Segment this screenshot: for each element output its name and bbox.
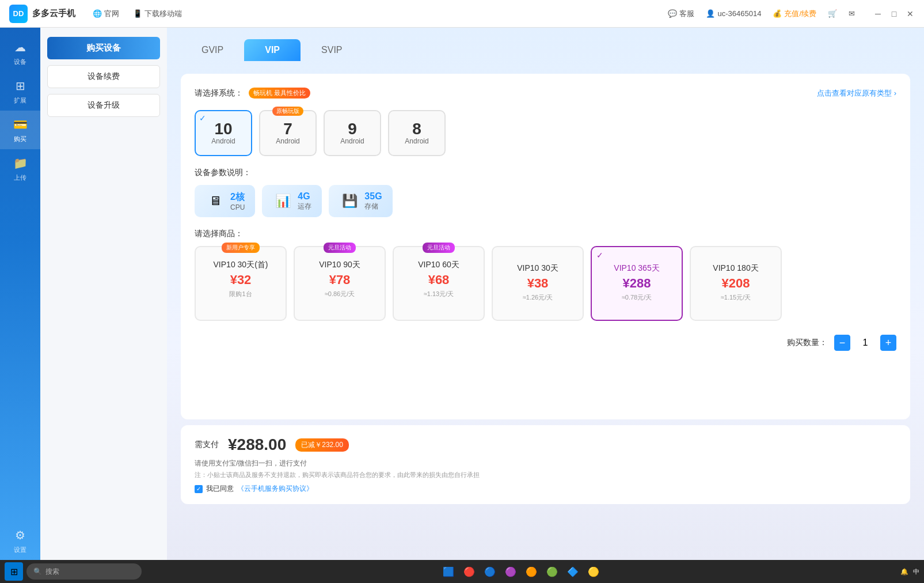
agreement-link[interactable]: 《云手机服务购买协议》 xyxy=(237,484,313,494)
version-card-android9[interactable]: 9 Android xyxy=(324,110,381,156)
agreement-checkbox[interactable]: ✓ xyxy=(195,485,203,493)
product-perday-0: 限购1台 xyxy=(229,290,252,298)
device-upgrade-button[interactable]: 设备升级 xyxy=(47,94,160,117)
param-storage: 💾 35G 存储 xyxy=(329,185,392,217)
gear-icon: ⚙ xyxy=(12,527,28,543)
recharge-button[interactable]: 💰 充值/续费 xyxy=(773,9,816,19)
version-card-android7[interactable]: 原畅玩版 7 Android xyxy=(259,110,317,156)
taskbar-app-6[interactable]: 🟢 xyxy=(543,562,561,581)
buy-device-button[interactable]: 购买设备 xyxy=(47,37,160,59)
main-layout: ☁ 设备 ⊞ 扩展 💳 购买 📁 上传 ⚙ 设置 购买设备 设备续费 设备升级 … xyxy=(0,28,924,560)
tab-vip[interactable]: VIP xyxy=(244,39,301,61)
ram-value: 4G xyxy=(298,191,311,202)
grid-icon: ⊞ xyxy=(12,78,28,94)
purchase-row: 购买数量： − 1 + xyxy=(195,335,896,351)
sidebar-item-settings[interactable]: ⚙ 设置 xyxy=(0,521,40,560)
storage-label: 存储 xyxy=(364,202,382,211)
payment-amount-value: ¥288.00 xyxy=(228,436,286,454)
taskbar-search[interactable]: 🔍 搜索 xyxy=(26,563,142,580)
product-card-vip10-180[interactable]: VIP10 180天 ¥208 ≈1.15元/天 xyxy=(690,246,782,321)
taskbar-app-4[interactable]: 🟣 xyxy=(501,562,520,581)
product-perday-2: ≈1.13元/天 xyxy=(424,290,454,298)
qty-plus-button[interactable]: + xyxy=(880,335,896,351)
content-card: 请选择系统： 畅玩机 最具性价比 点击查看对应原有类型 › ✓ 10 Andro… xyxy=(181,74,910,419)
product-card-vip10-30-first[interactable]: 新用户专享 VIP10 30天(首) ¥32 限购1台 xyxy=(195,246,287,321)
cloud-icon: ☁ xyxy=(12,39,28,55)
payment-need-label: 需支付 xyxy=(195,440,219,450)
mobile-icon: 📱 xyxy=(133,9,142,18)
taskbar-apps: 🟦 🔴 🔵 🟣 🟠 🟢 🔷 🟡 xyxy=(145,562,897,581)
product-perday-4: ≈0.78元/天 xyxy=(622,293,652,302)
titlebar-right: 💬 客服 👤 uc-36465014 💰 充值/续费 🛒 ✉ ─ □ ✕ xyxy=(668,9,915,19)
sidebar-label-device: 设备 xyxy=(14,58,26,66)
params-cards: 🖥 2核 CPU 📊 4G 运存 💾 35G xyxy=(195,185,896,217)
logo-icon: DD xyxy=(9,5,28,23)
product-name-0: VIP10 30天(首) xyxy=(214,260,268,270)
see-types-link[interactable]: 点击查看对应原有类型 › xyxy=(817,88,896,99)
customer-service[interactable]: 💬 客服 xyxy=(668,9,694,19)
sidebar-label-buy: 购买 xyxy=(14,135,26,143)
taskbar-app-7[interactable]: 🔷 xyxy=(564,562,582,581)
taskbar: ⊞ 🔍 搜索 🟦 🔴 🔵 🟣 🟠 🟢 🔷 🟡 🔔 中 xyxy=(0,560,924,583)
taskbar-app-5[interactable]: 🟠 xyxy=(522,562,541,581)
system-select-left: 请选择系统： 畅玩机 最具性价比 xyxy=(195,88,310,99)
product-card-vip10-365[interactable]: ✓ VIP10 365天 ¥288 ≈0.78元/天 xyxy=(591,246,683,321)
mail-button[interactable]: ✉ xyxy=(849,9,855,18)
best-value-badge: 畅玩机 最具性价比 xyxy=(249,88,310,99)
minimize-button[interactable]: ─ xyxy=(873,9,883,18)
taskbar-app-8[interactable]: 🟡 xyxy=(584,562,603,581)
cart-button[interactable]: 🛒 xyxy=(828,9,837,18)
product-name-1: VIP10 90天 xyxy=(319,260,360,270)
chevron-right-icon: › xyxy=(894,89,896,97)
taskbar-time: 🔔 xyxy=(900,568,908,576)
nav-official-site[interactable]: 🌐 官网 xyxy=(93,9,119,19)
sidebar-item-device[interactable]: ☁ 设备 xyxy=(0,33,40,72)
sidebar-label-upload: 上传 xyxy=(14,173,26,182)
app-logo: DD 多多云手机 xyxy=(9,5,75,23)
tab-gvip[interactable]: GVIP xyxy=(181,39,244,61)
sidebar-label-extension: 扩展 xyxy=(14,96,26,105)
payment-disclaimer: 注：小贴士该商品及服务不支持退款，购买即表示该商品符合您的要求，由此带来的损失由… xyxy=(195,471,896,479)
sidebar-item-extension[interactable]: ⊞ 扩展 xyxy=(0,72,40,111)
storage-icon: 💾 xyxy=(339,191,360,211)
folder-icon: 📁 xyxy=(12,155,28,171)
payment-area: 需支付 ¥288.00 已减￥232.00 请使用支付宝/微信扫一扫，进行支付 … xyxy=(181,425,910,504)
tab-svip[interactable]: SVIP xyxy=(301,39,363,61)
taskbar-app-2[interactable]: 🔴 xyxy=(460,562,478,581)
tab-bar: GVIP VIP SVIP xyxy=(181,39,910,62)
taskbar-app-3[interactable]: 🔵 xyxy=(481,562,499,581)
qty-minus-button[interactable]: − xyxy=(834,335,850,351)
version-card-android10[interactable]: ✓ 10 Android xyxy=(195,110,252,156)
maximize-button[interactable]: □ xyxy=(889,9,899,18)
cart-icon: 🛒 xyxy=(828,9,837,18)
sidebar-item-buy[interactable]: 💳 购买 xyxy=(0,111,40,149)
user-account[interactable]: 👤 uc-36465014 xyxy=(706,9,761,18)
system-label: 请选择系统： xyxy=(195,88,243,99)
start-button[interactable]: ⊞ xyxy=(5,562,23,581)
content-area: GVIP VIP SVIP 请选择系统： 畅玩机 最具性价比 点击查看对应原有类… xyxy=(167,28,924,560)
product-price-0: ¥32 xyxy=(230,272,252,287)
close-button[interactable]: ✕ xyxy=(906,9,915,18)
taskbar-start: ⊞ xyxy=(5,562,23,581)
sidebar: ☁ 设备 ⊞ 扩展 💳 购买 📁 上传 ⚙ 设置 xyxy=(0,28,40,560)
customer-service-icon: 💬 xyxy=(668,9,677,18)
ram-icon: 📊 xyxy=(272,191,293,211)
version-card-android8[interactable]: 8 Android xyxy=(388,110,446,156)
device-renew-button[interactable]: 设备续费 xyxy=(47,65,160,88)
left-panel: 购买设备 设备续费 设备升级 xyxy=(40,28,167,560)
sidebar-item-upload[interactable]: 📁 上传 xyxy=(0,149,40,188)
product-card-vip10-60[interactable]: 元旦活动 VIP10 60天 ¥68 ≈1.13元/天 xyxy=(393,246,485,321)
mail-icon: ✉ xyxy=(849,9,855,18)
product-price-2: ¥68 xyxy=(428,272,450,287)
nav-download-mobile[interactable]: 📱 下载移动端 xyxy=(133,9,182,19)
user-icon: 👤 xyxy=(706,9,715,18)
selected-check-icon: ✓ xyxy=(596,251,603,260)
titlebar-nav: 🌐 官网 📱 下载移动端 xyxy=(93,9,668,19)
system-select-row: 请选择系统： 畅玩机 最具性价比 点击查看对应原有类型 › xyxy=(195,88,896,99)
taskbar-app-1[interactable]: 🟦 xyxy=(439,562,458,581)
product-card-vip10-30[interactable]: VIP10 30天 ¥38 ≈1.26元/天 xyxy=(492,246,584,321)
product-card-vip10-90[interactable]: 元旦活动 VIP10 90天 ¥78 ≈0.86元/天 xyxy=(294,246,386,321)
product-price-1: ¥78 xyxy=(329,272,351,287)
app-name: 多多云手机 xyxy=(32,8,75,19)
storage-value: 35G xyxy=(364,191,382,202)
